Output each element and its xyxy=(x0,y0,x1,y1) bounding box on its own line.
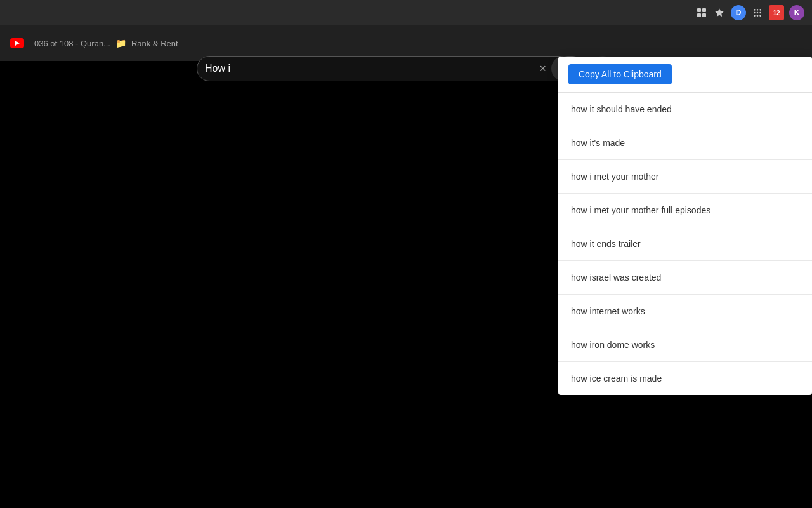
suggestion-item[interactable]: how ice cream is made xyxy=(558,362,812,395)
search-clear-button[interactable]: × xyxy=(539,63,546,74)
star-icon[interactable] xyxy=(713,6,726,19)
svg-point-11 xyxy=(754,15,756,17)
folder-icon: 📁 xyxy=(115,38,126,48)
svg-rect-3 xyxy=(702,13,706,17)
svg-rect-0 xyxy=(697,8,701,12)
svg-point-10 xyxy=(759,12,761,14)
svg-point-9 xyxy=(757,12,759,14)
svg-point-7 xyxy=(759,9,761,11)
copy-all-button[interactable]: Copy All to Clipboard xyxy=(568,64,672,84)
search-container: × xyxy=(197,56,615,81)
suggestion-item[interactable]: how iron dome works xyxy=(558,328,812,362)
avatar-k-icon[interactable]: K xyxy=(789,5,804,20)
svg-rect-2 xyxy=(697,13,701,17)
dropdown-header: Copy All to Clipboard xyxy=(558,57,812,93)
youtube-logo-icon xyxy=(10,38,24,48)
svg-point-12 xyxy=(757,15,759,17)
svg-marker-4 xyxy=(715,8,723,17)
suggestions-list: how it should have endedhow it's madehow… xyxy=(558,93,812,395)
svg-point-6 xyxy=(757,9,759,11)
svg-point-5 xyxy=(754,9,756,11)
dropdown-panel: Copy All to Clipboard how it should have… xyxy=(558,57,812,395)
suggestion-item[interactable]: how israel was created xyxy=(558,261,812,295)
extensions-icon[interactable] xyxy=(695,6,708,19)
tab-title: 036 of 108 - Quran... xyxy=(34,39,110,48)
tab-info: 036 of 108 - Quran... 📁 Rank & Rent xyxy=(34,38,178,48)
browser-toolbar: D 12 K xyxy=(0,0,812,25)
suggestion-item[interactable]: how i met your mother full episodes xyxy=(558,194,812,227)
notification-badge[interactable]: 12 xyxy=(769,5,784,20)
suggestion-item[interactable]: how it's made xyxy=(558,126,812,160)
avatar-d-icon[interactable]: D xyxy=(731,5,746,20)
svg-rect-1 xyxy=(702,8,706,12)
search-input[interactable] xyxy=(205,63,534,74)
suggestion-item[interactable]: how i met your mother xyxy=(558,160,812,194)
suggestion-item[interactable]: how internet works xyxy=(558,295,812,328)
suggestion-item[interactable]: how it ends trailer xyxy=(558,227,812,261)
search-bar: × xyxy=(197,56,585,81)
svg-point-13 xyxy=(759,15,761,17)
suggestion-item[interactable]: how it should have ended xyxy=(558,93,812,126)
svg-point-8 xyxy=(754,12,756,14)
folder-label: Rank & Rent xyxy=(131,39,178,48)
grid-menu-icon[interactable] xyxy=(751,6,764,19)
youtube-logo[interactable] xyxy=(10,38,24,48)
